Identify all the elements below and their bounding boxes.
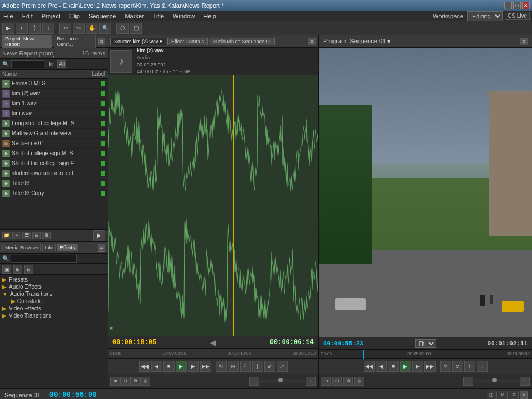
prog-step-fwd[interactable]: ▶▶ bbox=[424, 361, 436, 372]
presets-folder[interactable]: ▶ Presets bbox=[0, 276, 108, 283]
project-item-kimwav[interactable]: ♪ kim.wav bbox=[0, 109, 108, 119]
prog-play[interactable]: ▶ bbox=[400, 361, 411, 372]
prog-loop[interactable]: ↻ bbox=[440, 361, 451, 372]
zoom-slider[interactable] bbox=[260, 379, 305, 383]
loop-button[interactable]: ↻ bbox=[216, 361, 227, 372]
icon-view-button[interactable]: ⊞ bbox=[32, 232, 41, 239]
tl-settings-button[interactable]: ⚙ bbox=[509, 391, 519, 400]
settings-button[interactable]: ⚙ bbox=[130, 377, 140, 386]
export-frame-button[interactable]: ⎙ bbox=[140, 377, 150, 386]
project-item-longshot[interactable]: ▶ Long shot of college.MTS bbox=[0, 119, 108, 129]
menu-sequence[interactable]: Sequence bbox=[88, 13, 117, 19]
prog-lift[interactable]: ↑ bbox=[464, 361, 475, 372]
menu-project[interactable]: Project bbox=[40, 13, 62, 19]
safe-margins-button[interactable]: ⊕ bbox=[110, 377, 120, 386]
project-item-matthew[interactable]: ▶ Matthew Grant interview - bbox=[0, 129, 108, 139]
stop-button[interactable]: ■ bbox=[163, 361, 175, 372]
effects-icon-3[interactable]: ⊟ bbox=[24, 265, 33, 274]
effects-panel-menu[interactable]: ≡ bbox=[98, 244, 105, 252]
project-item-kim1wav[interactable]: ♪ kim 1.wav bbox=[0, 99, 108, 109]
menu-marker[interactable]: Marker bbox=[124, 13, 145, 19]
panel-menu-button[interactable]: ≡ bbox=[98, 38, 105, 45]
tl-marker-button[interactable]: M bbox=[498, 391, 508, 400]
toolbar-btn-7[interactable]: ✋ bbox=[86, 23, 98, 34]
toolbar-btn-6[interactable]: ↪ bbox=[73, 23, 85, 34]
search-input[interactable] bbox=[11, 60, 44, 68]
effects-search-input[interactable] bbox=[11, 255, 77, 263]
out-point-button[interactable]: } bbox=[252, 361, 263, 372]
prog-marker[interactable]: M bbox=[452, 361, 463, 372]
source-btn-set[interactable]: ◀ bbox=[210, 338, 216, 347]
in-dropdown[interactable]: All bbox=[57, 60, 66, 68]
audio-transitions-folder[interactable]: ▼ Audio Transitions bbox=[0, 290, 108, 298]
frame-forward-button[interactable]: ▶ bbox=[188, 361, 199, 372]
delete-button[interactable]: 🗑 bbox=[42, 232, 51, 239]
prog-frame-back[interactable]: ◀ bbox=[376, 361, 387, 372]
info-tab[interactable]: Info bbox=[42, 244, 56, 251]
prog-stop[interactable]: ■ bbox=[388, 361, 399, 372]
list-view-button[interactable]: ☰ bbox=[22, 232, 31, 239]
menu-file[interactable]: File bbox=[2, 13, 14, 19]
step-back-button[interactable]: ◀◀ bbox=[139, 361, 150, 372]
prog-extract[interactable]: ↓ bbox=[477, 361, 488, 372]
toolbar-btn-3[interactable]: ⟩ bbox=[29, 23, 41, 34]
workspace-dropdown[interactable]: Editing bbox=[467, 11, 503, 21]
toolbar-btn-4[interactable]: ↕ bbox=[42, 23, 54, 34]
minimize-button[interactable]: — bbox=[504, 2, 512, 9]
menu-clip[interactable]: Clip bbox=[68, 13, 81, 19]
cs-live-button[interactable]: CS Live bbox=[505, 12, 530, 20]
tl-snap-button[interactable]: ◫ bbox=[487, 391, 497, 400]
fit-dropdown[interactable]: Fit bbox=[415, 339, 436, 348]
project-tab[interactable]: Project: News Report bbox=[2, 35, 52, 48]
project-item-seq01[interactable]: ⊞ Sequence 01 bbox=[0, 139, 108, 149]
source-panel-menu[interactable]: ≡ bbox=[308, 38, 316, 45]
video-effects-folder[interactable]: ▶ Video Effects bbox=[0, 305, 108, 312]
effect-controls-tab[interactable]: Effect Controls bbox=[167, 38, 208, 45]
program-panel-menu[interactable]: ≡ bbox=[520, 38, 528, 45]
menu-help[interactable]: Help bbox=[202, 13, 217, 19]
menu-edit[interactable]: Edit bbox=[21, 13, 34, 19]
project-item-emma3[interactable]: ▶ Emma 3.MTS bbox=[0, 79, 108, 89]
menu-window[interactable]: Window bbox=[172, 13, 196, 19]
prog-safe-margins[interactable]: ⊕ bbox=[321, 377, 331, 386]
marker-button[interactable]: M bbox=[228, 361, 239, 372]
video-transitions-folder[interactable]: ▶ Video Transitions bbox=[0, 312, 108, 319]
panel-settings-button[interactable]: ▶ bbox=[93, 230, 105, 241]
prog-frame-fwd[interactable]: ▶ bbox=[412, 361, 423, 372]
new-bin-button[interactable]: 📁 bbox=[2, 232, 11, 239]
project-item-title03copy[interactable]: ▶ Title 03 Copy bbox=[0, 188, 108, 198]
insert-button[interactable]: ↙ bbox=[264, 361, 275, 372]
maximize-button[interactable]: □ bbox=[513, 2, 521, 9]
toolbar-btn-9[interactable]: ⬡ bbox=[116, 23, 129, 34]
project-item-shotcollsign[interactable]: ▶ Shot of college sign.MTS bbox=[0, 149, 108, 158]
crossfade-folder[interactable]: ▶ Crossfade bbox=[0, 298, 108, 305]
audio-effects-folder[interactable]: ▶ Audio Effects bbox=[0, 283, 108, 290]
zoom-out-button[interactable]: − bbox=[249, 377, 259, 386]
toolbar-btn-10[interactable]: ◫ bbox=[130, 23, 142, 34]
prog-export[interactable]: ⎙ bbox=[354, 377, 364, 386]
timeline-panel-menu[interactable]: ≡ bbox=[520, 391, 528, 400]
media-browser-tab[interactable]: Media Browser bbox=[2, 244, 41, 251]
prog-step-back[interactable]: ◀◀ bbox=[364, 361, 375, 372]
play-button[interactable]: ▶ bbox=[176, 361, 187, 372]
prog-zoom-out[interactable]: − bbox=[463, 377, 473, 386]
effects-icon-1[interactable]: ▣ bbox=[2, 265, 11, 274]
frame-back-button[interactable]: ◀ bbox=[151, 361, 162, 372]
output-button[interactable]: ⊡ bbox=[120, 377, 130, 386]
project-item-title03[interactable]: ▶ Title 03 bbox=[0, 178, 108, 188]
effects-tab[interactable]: Effects bbox=[57, 244, 78, 251]
step-forward-button[interactable]: ▶▶ bbox=[200, 361, 211, 372]
in-point-button[interactable]: { bbox=[240, 361, 251, 372]
prog-output[interactable]: ⊡ bbox=[332, 377, 342, 386]
effects-icon-2[interactable]: ⊞ bbox=[13, 265, 22, 274]
prog-zoom-slider[interactable] bbox=[474, 379, 519, 383]
toolbar-btn-2[interactable]: ⟨ bbox=[16, 23, 28, 34]
project-item-shotcollegesign2[interactable]: ▶ Shot of the college sign # bbox=[0, 158, 108, 168]
prog-zoom-in[interactable]: + bbox=[520, 377, 530, 386]
toolbar-btn-8[interactable]: 🔍 bbox=[99, 23, 111, 34]
project-item-students[interactable]: ▶ students walking into coll bbox=[0, 168, 108, 178]
audio-mixer-tab[interactable]: Audio Mixer: Sequence 01 bbox=[209, 38, 275, 45]
toolbar-btn-5[interactable]: ↩ bbox=[59, 23, 71, 34]
project-item-kim2wav[interactable]: ♪ kim (2).wav bbox=[0, 89, 108, 99]
menu-title[interactable]: Title bbox=[152, 13, 165, 19]
